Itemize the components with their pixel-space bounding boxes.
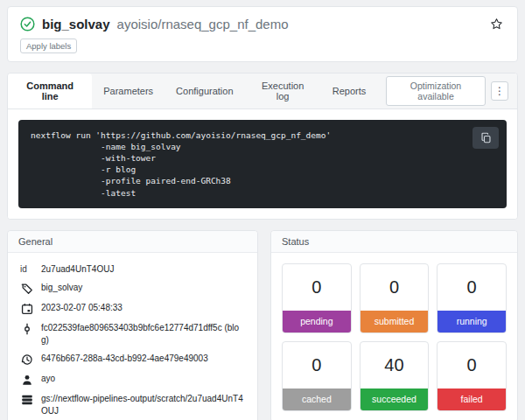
- pending-label: pending: [283, 311, 351, 332]
- failed-label: failed: [438, 388, 506, 410]
- run-repo: ayoisio/rnaseq_gcp_nf_demo: [117, 17, 289, 32]
- git-commit-icon: [20, 322, 33, 335]
- user-icon: [20, 373, 33, 386]
- submitted-label: submitted: [360, 311, 429, 332]
- star-button[interactable]: [488, 16, 505, 32]
- id-label: id: [20, 263, 33, 274]
- general-panel-title: General: [8, 231, 257, 253]
- tab-command-line[interactable]: Command line: [8, 74, 92, 108]
- status-panel-title: Status: [271, 231, 517, 253]
- status-panel: Status 0 pending 0 submitted 0 running 0…: [270, 230, 518, 420]
- tag-icon: [20, 282, 33, 295]
- copy-icon: [480, 133, 492, 146]
- pending-count: 0: [283, 264, 351, 311]
- command-line-text: -latest: [31, 187, 494, 199]
- calendar-icon: [20, 302, 33, 315]
- nextflow-command-block: nextflow run 'https://github.com/ayoisio…: [18, 120, 507, 208]
- run-name: big_solvay: [42, 17, 110, 32]
- succeeded-count: 40: [360, 342, 429, 388]
- server-icon: [20, 393, 33, 406]
- status-card-pending: 0 pending: [282, 263, 352, 333]
- general-row-date: 2023-02-07 05:48:33: [20, 302, 245, 315]
- status-card-cached: 0 cached: [282, 341, 352, 411]
- start-date-value: 2023-02-07 05:48:33: [41, 302, 122, 314]
- general-row-commit: fc022539fae809653403b9bfc6e12774d71dff5c…: [20, 322, 245, 346]
- run-detail-card: Command line Parameters Configuration Ex…: [7, 73, 518, 220]
- copy-button[interactable]: [472, 127, 499, 149]
- run-id-value: 2u7uad4UnT4OUJ: [41, 263, 114, 276]
- command-line-text: -r blog: [31, 164, 494, 175]
- general-row-id: id 2u7uad4UnT4OUJ: [20, 263, 245, 276]
- general-panel: General id 2u7uad4UnT4OUJ big_solvay: [7, 230, 258, 420]
- run-name-value: big_solvay: [41, 282, 82, 294]
- optimization-available-button[interactable]: Optimization available: [386, 76, 486, 106]
- status-card-succeeded: 40 succeeded: [360, 341, 430, 411]
- general-row-workdir: gs://nextflow-pipelines-output/scratch/2…: [20, 393, 245, 416]
- general-row-session: 6476b667-288a-43cd-b992-4ae479e49003: [20, 353, 245, 366]
- failed-count: 0: [438, 342, 506, 388]
- tab-execution-log[interactable]: Execution log: [245, 74, 321, 108]
- general-row-name: big_solvay: [20, 282, 245, 295]
- command-line-panel: nextflow run 'https://github.com/ayoisio…: [8, 109, 517, 219]
- running-count: 0: [438, 264, 506, 311]
- run-header-card: big_solvay ayoisio/rnaseq_gcp_nf_demo Ap…: [7, 6, 518, 62]
- commit-hash-value: fc022539fae809653403b9bfc6e12774d71dff5c…: [41, 322, 245, 346]
- tab-configuration[interactable]: Configuration: [164, 74, 244, 108]
- running-label: running: [438, 311, 506, 332]
- command-line-text: nextflow run 'https://github.com/ayoisio…: [31, 130, 494, 141]
- status-card-failed: 0 failed: [437, 341, 507, 411]
- command-line-text: -name big_solvay: [31, 141, 494, 152]
- command-line-text: -with-tower: [31, 152, 494, 164]
- run-success-icon: [20, 17, 35, 32]
- star-icon: [490, 20, 503, 33]
- username-value: ayo: [41, 373, 55, 385]
- tab-bar: Command line Parameters Configuration Ex…: [8, 74, 517, 109]
- submitted-count: 0: [360, 264, 429, 311]
- command-line-text: -profile paired-end-GRCh38: [31, 175, 494, 186]
- kebab-menu-button[interactable]: ⋮: [491, 81, 508, 101]
- status-card-running: 0 running: [437, 263, 507, 333]
- cached-label: cached: [283, 388, 351, 410]
- workdir-value: gs://nextflow-pipelines-output/scratch/2…: [41, 393, 245, 416]
- tab-parameters[interactable]: Parameters: [92, 74, 164, 108]
- history-icon: [20, 353, 33, 366]
- apply-labels-button[interactable]: Apply labels: [20, 38, 77, 53]
- succeeded-label: succeeded: [360, 388, 429, 410]
- status-card-submitted: 0 submitted: [360, 263, 430, 333]
- session-id-value: 6476b667-288a-43cd-b992-4ae479e49003: [41, 353, 208, 365]
- cached-count: 0: [283, 342, 351, 388]
- general-row-user: ayo: [20, 373, 245, 386]
- tab-reports[interactable]: Reports: [321, 74, 378, 108]
